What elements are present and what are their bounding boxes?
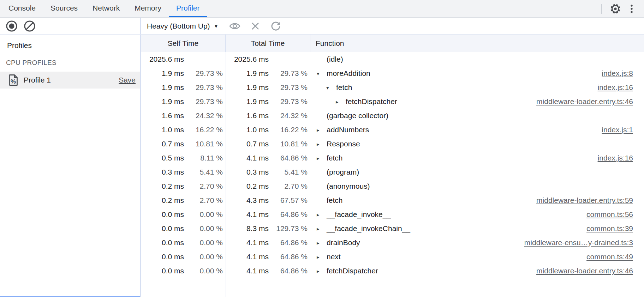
self-time-percent: 2.70 % (184, 182, 223, 190)
source-location-link[interactable]: common.ts:56 (586, 210, 633, 219)
table-row[interactable]: 0.2 ms2.70 %4.3 ms67.57 %fetchmiddleware… (141, 193, 644, 207)
column-header-total-time[interactable]: Total Time (226, 35, 310, 52)
tab-network[interactable]: Network (85, 0, 127, 17)
function-cell: ▸fetchDispatchermiddleware-loader.entry.… (311, 95, 644, 109)
view-mode-select[interactable]: Heavy (Bottom Up) ▼ (147, 22, 218, 30)
self-time-percent: 24.32 % (184, 111, 223, 120)
collapse-arrow-icon[interactable]: ▾ (326, 85, 336, 90)
self-time-ms: 0.0 ms (141, 253, 184, 261)
self-time-cell: 1.9 ms29.73 % (141, 83, 226, 92)
exclude-selected-button[interactable] (247, 18, 263, 34)
tab-sources[interactable]: Sources (43, 0, 85, 17)
function-name: (anonymous) (327, 182, 370, 190)
self-time-percent: 16.22 % (184, 126, 223, 134)
total-time-ms: 4.1 ms (226, 253, 269, 261)
function-name: fetch (327, 196, 343, 205)
total-time-cell: 1.9 ms29.73 % (226, 83, 311, 92)
expand-arrow-icon[interactable]: ▸ (317, 127, 327, 133)
self-time-percent: 29.73 % (184, 69, 223, 78)
source-location-link[interactable]: index.js:16 (598, 154, 633, 162)
tab-console[interactable]: Console (1, 0, 43, 17)
total-time-percent: 29.73 % (269, 97, 308, 106)
table-row[interactable]: 1.6 ms24.32 %1.6 ms24.32 %(garbage colle… (141, 109, 644, 123)
total-time-percent: 29.73 % (269, 69, 308, 78)
table-row[interactable]: 0.0 ms0.00 %4.1 ms64.86 %▸fetchDispatche… (141, 264, 644, 278)
table-row[interactable]: 0.7 ms10.81 %0.7 ms10.81 %▸Response (141, 137, 644, 151)
total-time-cell: 2025.6 ms (226, 55, 311, 63)
table-row[interactable]: 0.0 ms0.00 %4.1 ms64.86 %▸__facade_invok… (141, 207, 644, 222)
total-time-ms: 0.2 ms (226, 182, 269, 190)
kebab-menu-icon (630, 3, 633, 15)
total-time-percent: 64.86 % (269, 210, 308, 219)
tab-profiler[interactable]: Profiler (169, 0, 207, 17)
source-location-link[interactable]: index.js:1 (602, 126, 633, 134)
table-row[interactable]: 1.0 ms16.22 %1.0 ms16.22 %▸addNumbersind… (141, 123, 644, 137)
tab-memory[interactable]: Memory (127, 0, 169, 17)
source-location-link[interactable]: index.js:8 (602, 69, 633, 78)
self-time-cell: 0.2 ms2.70 % (141, 182, 226, 190)
self-time-ms: 0.0 ms (141, 238, 184, 247)
table-row[interactable]: 0.3 ms5.41 %0.3 ms5.41 %(program) (141, 165, 644, 179)
restore-all-button[interactable] (268, 18, 284, 34)
expand-arrow-icon[interactable]: ▸ (317, 268, 327, 274)
source-location-link[interactable]: middleware-loader.entry.ts:46 (536, 267, 633, 275)
function-cell: ▸__facade_invoke__common.ts:56 (311, 207, 644, 222)
expand-arrow-icon[interactable]: ▸ (317, 156, 327, 161)
self-time-percent: 2.70 % (184, 196, 223, 205)
expand-arrow-icon[interactable]: ▸ (336, 99, 346, 104)
record-button[interactable] (4, 18, 20, 34)
source-location-link[interactable]: middleware-ensu…y-drained.ts:3 (524, 238, 633, 247)
source-location-link[interactable]: index.js:16 (598, 83, 633, 92)
table-row[interactable]: 0.5 ms8.11 %4.1 ms64.86 %▸fetchindex.js:… (141, 151, 644, 165)
self-time-ms: 2025.6 ms (141, 55, 184, 63)
total-time-percent: 67.57 % (269, 196, 308, 205)
collapse-arrow-icon[interactable]: ▾ (317, 71, 327, 76)
expand-arrow-icon[interactable]: ▸ (317, 240, 327, 246)
table-row[interactable]: 1.9 ms29.73 %1.9 ms29.73 %▾fetchindex.js… (141, 80, 644, 95)
self-time-cell: 0.0 ms0.00 % (141, 238, 226, 247)
self-time-ms: 1.6 ms (141, 111, 184, 120)
self-time-cell: 1.0 ms16.22 % (141, 126, 226, 134)
eye-icon (229, 22, 241, 31)
function-cell: ▸Response (311, 137, 644, 151)
refresh-icon (270, 20, 281, 32)
total-time-ms: 1.9 ms (226, 83, 269, 92)
function-name: (idle) (327, 55, 343, 63)
self-time-percent: 0.00 % (184, 253, 223, 261)
more-options-button[interactable] (624, 1, 640, 17)
sidebar-item-profile-1[interactable]: % Profile 1 Save (0, 72, 140, 89)
self-time-cell: 1.6 ms24.32 % (141, 111, 226, 120)
table-row[interactable]: 0.0 ms0.00 %8.3 ms129.73 %▸__facade_invo… (141, 222, 644, 236)
save-profile-link[interactable]: Save (119, 76, 136, 84)
function-cell: (anonymous) (311, 179, 644, 193)
source-location-link[interactable]: middleware-loader.entry.ts:59 (536, 196, 633, 205)
total-time-percent: 129.73 % (269, 224, 308, 233)
source-location-link[interactable]: middleware-loader.entry.ts:46 (536, 97, 633, 106)
expand-arrow-icon[interactable]: ▸ (317, 212, 327, 217)
total-time-percent: 64.86 % (269, 238, 308, 247)
focus-selected-button[interactable] (227, 18, 243, 34)
source-location-link[interactable]: common.ts:39 (586, 224, 633, 233)
self-time-cell: 0.0 ms0.00 % (141, 210, 226, 219)
data-grid-header: Self Time Total Time Function (141, 35, 644, 52)
column-header-self-time[interactable]: Self Time (141, 35, 226, 52)
settings-button[interactable] (607, 1, 624, 17)
table-row[interactable]: 2025.6 ms2025.6 ms(idle) (141, 52, 644, 66)
function-name: fetchDispatcher (346, 97, 397, 106)
table-row[interactable]: 0.0 ms0.00 %4.1 ms64.86 %▸nextcommon.ts:… (141, 250, 644, 264)
table-row[interactable]: 1.9 ms29.73 %1.9 ms29.73 %▸fetchDispatch… (141, 95, 644, 109)
table-row[interactable]: 0.2 ms2.70 %0.2 ms2.70 %(anonymous) (141, 179, 644, 193)
clear-button[interactable] (22, 18, 38, 34)
view-toolbar: Heavy (Bottom Up) ▼ (141, 18, 644, 34)
expand-arrow-icon[interactable]: ▸ (317, 226, 327, 231)
self-time-ms: 0.2 ms (141, 182, 184, 190)
source-location-link[interactable]: common.ts:49 (586, 253, 633, 261)
table-row[interactable]: 0.0 ms0.00 %4.1 ms64.86 %▸drainBodymiddl… (141, 236, 644, 250)
expand-arrow-icon[interactable]: ▸ (317, 141, 327, 147)
expand-arrow-icon[interactable]: ▸ (317, 254, 327, 260)
total-time-ms: 4.1 ms (226, 238, 269, 247)
profiler-controls (0, 18, 141, 34)
self-time-cell: 0.0 ms0.00 % (141, 267, 226, 275)
column-header-function[interactable]: Function (310, 35, 644, 52)
table-row[interactable]: 1.9 ms29.73 %1.9 ms29.73 %▾moreAdditioni… (141, 66, 644, 80)
